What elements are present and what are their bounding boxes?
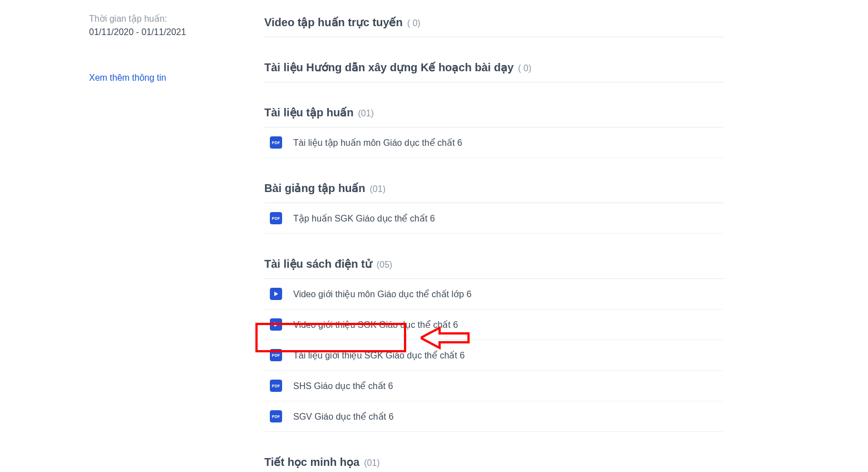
training-time-value: 01/11/2020 - 01/11/2021	[89, 27, 248, 37]
section-header[interactable]: Tài liệu tập huấn(01)	[264, 98, 723, 127]
section-count: (01)	[364, 458, 379, 468]
sidebar: Thời gian tập huấn: 01/11/2020 - 01/11/2…	[89, 13, 248, 83]
main-content: Video tập huấn trực tuyến( 0)Tài liệu Hư…	[264, 13, 723, 472]
pdf-icon: PDF	[270, 212, 282, 224]
section-header[interactable]: Video tập huấn trực tuyến( 0)	[264, 13, 723, 37]
resource-item[interactable]: PDFTài liệu giới thiệu SGK Giáo dục thể …	[264, 340, 723, 371]
section-title: Video tập huấn trực tuyến	[264, 16, 403, 29]
section-title: Tài liệu sách điện tử	[264, 257, 372, 271]
pdf-icon: PDF	[270, 380, 282, 392]
section-count: ( 0)	[518, 63, 531, 73]
resource-item[interactable]: PDFSHS Giáo dục thể chất 6	[264, 371, 723, 401]
resource-item-label: Tập huấn SGK Giáo dục thể chất 6	[293, 213, 435, 224]
pdf-icon: PDF	[270, 349, 282, 361]
pdf-icon: PDF	[270, 136, 282, 149]
resource-item[interactable]: Video giới thiệu môn Giáo dục thể chất l…	[264, 279, 723, 309]
resource-item-label: Tài liệu tập huấn môn Giáo dục thể chất …	[293, 137, 462, 148]
section-title: Tiết học minh họa	[264, 455, 359, 469]
resource-item[interactable]: Video giới thiệu SGK Giáo dục thể chất 6	[264, 309, 723, 340]
more-info-link[interactable]: Xem thêm thông tin	[89, 73, 248, 83]
resource-item-label: Tài liệu giới thiệu SGK Giáo dục thể chấ…	[293, 350, 465, 361]
section-count: (01)	[358, 109, 373, 119]
section-header[interactable]: Tài liệu sách điện tử(05)	[264, 249, 723, 279]
section-count: ( 0)	[407, 18, 421, 28]
resource-item-label: SHS Giáo dục thể chất 6	[293, 381, 393, 391]
resource-item-label: Video giới thiệu môn Giáo dục thể chất l…	[293, 289, 471, 299]
section-header[interactable]: Bài giảng tập huấn(01)	[264, 174, 723, 203]
resource-item[interactable]: PDFSGV Giáo dục thể chất 6	[264, 401, 723, 432]
pdf-icon: PDF	[270, 410, 282, 422]
section-count: (01)	[370, 184, 386, 194]
video-icon	[270, 288, 282, 300]
section-header[interactable]: Tài liệu Hướng dẫn xây dựng Kế hoạch bài…	[264, 53, 723, 82]
resource-item-label: SGV Giáo dục thể chất 6	[293, 411, 393, 422]
resource-item[interactable]: PDFTài liệu tập huấn môn Giáo dục thể ch…	[264, 127, 723, 158]
resource-item-label: Video giới thiệu SGK Giáo dục thể chất 6	[293, 319, 458, 330]
section-header[interactable]: Tiết học minh họa(01)	[264, 448, 723, 472]
video-icon	[270, 318, 282, 331]
section-title: Tài liệu tập huấn	[264, 106, 353, 119]
resource-item[interactable]: PDFTập huấn SGK Giáo dục thể chất 6	[264, 203, 723, 234]
svg-marker-0	[274, 292, 278, 296]
section-count: (05)	[377, 260, 392, 270]
training-time-label: Thời gian tập huấn:	[89, 13, 248, 24]
section-title: Bài giảng tập huấn	[264, 181, 366, 195]
section-title: Tài liệu Hướng dẫn xây dựng Kế hoạch bài…	[264, 61, 514, 74]
svg-marker-1	[274, 322, 278, 327]
